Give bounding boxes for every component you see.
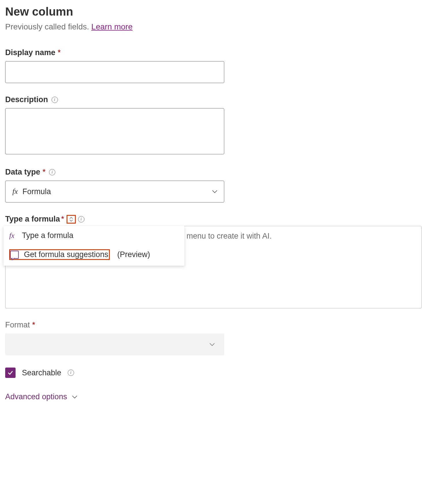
learn-more-link[interactable]: Learn more <box>91 22 133 31</box>
chevron-down-icon <box>211 188 218 195</box>
advanced-options-label: Advanced options <box>5 392 67 401</box>
menu-item-label: Get formula suggestions <box>24 250 108 259</box>
chevron-down-icon <box>209 341 216 348</box>
data-type-label: Data type <box>5 168 40 177</box>
chevron-down-icon <box>71 394 78 400</box>
formula-group: Type a formula * i menu to create it wit… <box>5 215 423 308</box>
required-star: * <box>61 215 64 224</box>
display-name-label: Display name <box>5 48 55 57</box>
info-icon[interactable]: i <box>52 97 58 103</box>
description-input[interactable] <box>5 108 224 154</box>
searchable-row: Searchable i <box>5 368 423 378</box>
preview-label: (Preview) <box>117 250 150 259</box>
required-star: * <box>43 168 46 177</box>
page-title: New column <box>5 5 423 18</box>
format-group: Format * <box>5 321 423 355</box>
required-star: * <box>58 48 61 57</box>
formula-dropdown-toggle[interactable] <box>67 215 76 224</box>
check-icon <box>7 370 14 376</box>
advanced-options-toggle[interactable]: Advanced options <box>5 392 423 401</box>
formula-label: Type a formula <box>5 215 60 224</box>
data-type-select[interactable]: fx Formula <box>5 181 224 203</box>
menu-item-type-formula[interactable]: fx Type a formula <box>3 226 184 245</box>
description-group: Description i <box>5 95 423 155</box>
info-icon[interactable]: i <box>49 169 55 175</box>
format-select[interactable] <box>5 333 224 355</box>
searchable-label: Searchable <box>22 368 61 377</box>
info-icon[interactable]: i <box>78 216 84 222</box>
menu-item-get-suggestions[interactable]: Get formula suggestions (Preview) <box>3 245 184 266</box>
info-icon[interactable]: i <box>68 370 74 376</box>
subtitle: Previously called fields. Learn more <box>5 22 423 31</box>
subtitle-text: Previously called fields. <box>5 22 91 31</box>
data-type-value: Formula <box>22 187 51 196</box>
required-star: * <box>32 321 35 329</box>
formula-placeholder-tail: menu to create it with AI. <box>186 232 272 241</box>
format-label: Format <box>5 321 30 329</box>
display-name-group: Display name * <box>5 48 423 83</box>
data-type-group: Data type * i fx Formula <box>5 168 423 203</box>
display-name-input[interactable] <box>5 61 224 83</box>
formula-dropdown-menu: fx Type a formula Get formula suggestion… <box>3 226 184 266</box>
fx-icon: fx <box>9 232 17 240</box>
description-label: Description <box>5 95 48 104</box>
searchable-checkbox[interactable] <box>5 368 16 378</box>
menu-item-label: Type a formula <box>22 231 73 240</box>
fx-icon: fx <box>12 187 18 196</box>
chat-icon <box>10 251 19 259</box>
